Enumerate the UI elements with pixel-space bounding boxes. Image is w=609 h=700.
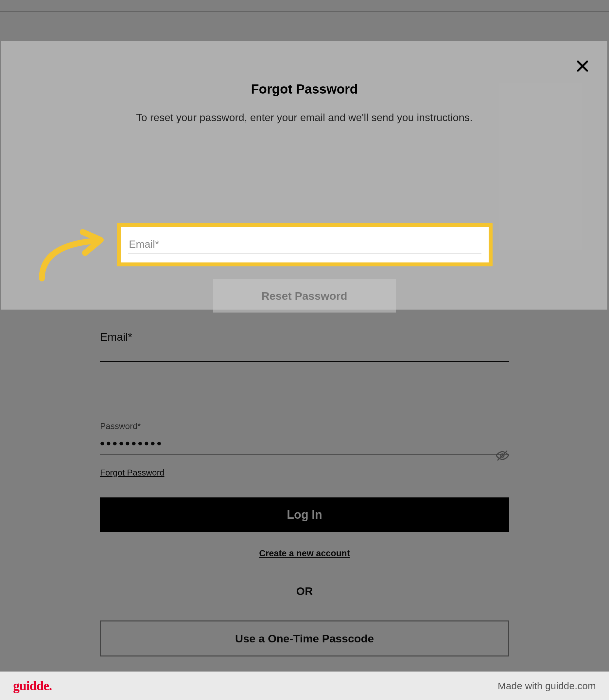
reset-password-button[interactable]: Reset Password	[213, 279, 396, 312]
email-highlight-box	[117, 223, 492, 267]
modal-email-input[interactable]	[128, 235, 482, 254]
modal-title: Forgot Password	[1, 82, 607, 97]
annotation-arrow-icon	[35, 229, 107, 282]
modal-subtitle: To reset your password, enter your email…	[1, 112, 607, 124]
guidde-logo: guidde.	[13, 678, 52, 694]
close-icon[interactable]	[575, 58, 590, 74]
made-with-text: Made with guidde.com	[498, 680, 596, 692]
forgot-password-modal: Forgot Password To reset your password, …	[1, 41, 607, 310]
guidde-footer: guidde. Made with guidde.com	[0, 671, 609, 700]
